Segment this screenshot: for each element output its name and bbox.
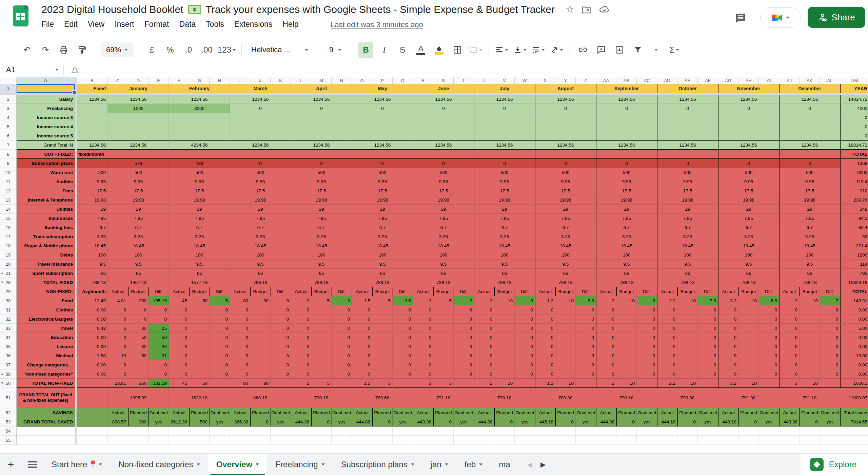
cell-F18-merged[interactable]: 18.45 — [169, 241, 230, 250]
cell-V38[interactable] — [494, 369, 515, 379]
cell-AA34[interactable]: 0 — [596, 333, 616, 342]
cell-AM5[interactable]: 0 — [840, 122, 868, 131]
cell-U33[interactable]: 0 — [474, 324, 494, 333]
cell-M50[interactable]: 5 — [311, 379, 332, 388]
col-header-L[interactable]: L — [291, 77, 311, 84]
cell-Y29[interactable]: Budget — [555, 287, 576, 296]
cell-AJ50[interactable]: 3 — [779, 379, 800, 388]
cell-AD37[interactable]: 0 — [657, 360, 677, 369]
cell-R15-merged[interactable]: 7.85 — [413, 214, 474, 223]
cell-R18-merged[interactable]: 18.45 — [413, 241, 474, 250]
cell-S34[interactable] — [433, 333, 454, 342]
cell-C55[interactable] — [108, 436, 128, 445]
cell-V50[interactable]: 10 — [494, 379, 515, 388]
cell-P53[interactable]: 0 — [372, 417, 393, 426]
cell-L7-merged[interactable]: 1234.56 — [291, 140, 352, 150]
row-header-35[interactable]: 35 — [0, 342, 17, 351]
cell-T31[interactable]: 0 — [454, 305, 474, 315]
cell-Q31[interactable]: 0 — [393, 305, 413, 315]
font-select[interactable]: Helvetica ... — [247, 42, 312, 57]
cell-Y55[interactable] — [555, 436, 576, 445]
cell-F36[interactable]: 0 — [169, 351, 189, 360]
cell-AF52[interactable]: Goal met — [698, 408, 718, 417]
cell-B11[interactable]: 9.95 — [77, 177, 108, 186]
cell-O53[interactable]: 444.88 — [352, 417, 372, 426]
cell-B28[interactable]: 788.18 — [77, 278, 108, 287]
cell-L11-merged[interactable]: 9.95 — [291, 177, 352, 186]
cell-AF35[interactable]: 0 — [698, 342, 718, 351]
cell-I31[interactable]: 0 — [230, 305, 250, 315]
cell-Q37[interactable]: 0 — [393, 360, 413, 369]
cell-N55[interactable] — [332, 436, 352, 445]
cell-R9-merged[interactable]: 0 — [413, 159, 474, 168]
menu-data[interactable]: Data — [179, 20, 196, 29]
cell-G29[interactable]: Budget — [189, 287, 210, 296]
col-header-N[interactable]: N — [332, 77, 352, 84]
cell-M32[interactable] — [311, 315, 332, 324]
cell-AE29[interactable]: Budget — [677, 287, 698, 296]
cell-I37[interactable]: 0 — [230, 360, 250, 369]
cell-AH33[interactable] — [738, 324, 759, 333]
cell-C9-merged[interactable]: 579 — [108, 159, 169, 168]
cell-AB36[interactable] — [616, 351, 637, 360]
cell-B15[interactable]: 7.85 — [77, 214, 108, 223]
cell-AG17-merged[interactable]: 3.25 — [718, 232, 779, 241]
cell-U21-merged[interactable]: 66 — [474, 269, 535, 278]
cell-B8[interactable]: fixed/month — [77, 150, 108, 159]
cell-AD33[interactable]: 0 — [657, 324, 677, 333]
cell-T29[interactable]: Diff. — [454, 287, 474, 296]
cell-AK38[interactable] — [800, 369, 820, 379]
col-header-H[interactable]: H — [210, 77, 230, 84]
sheet-tab-feb[interactable]: feb — [456, 454, 491, 475]
cell-W37[interactable]: 0 — [515, 360, 535, 369]
cell-O51-merged[interactable]: 789.68 — [352, 388, 413, 408]
cell-AM17[interactable]: 39 — [840, 232, 868, 241]
cell-AF32[interactable]: 0 — [698, 315, 718, 324]
cell-U30[interactable]: 2 — [474, 296, 494, 305]
cell-B18[interactable]: 18.45 — [77, 241, 108, 250]
col-header-AB[interactable]: AB — [616, 77, 637, 84]
cell-L8-merged[interactable] — [291, 150, 352, 159]
col-header-AM[interactable]: AM — [840, 77, 868, 84]
row-header-50[interactable]: ▼50 — [0, 379, 17, 388]
cell-AA35[interactable]: 0 — [596, 342, 616, 351]
cell-AM52[interactable]: Total saved — [840, 408, 868, 417]
cell-X3-merged[interactable]: 0 — [535, 104, 596, 113]
menu-help[interactable]: Help — [282, 20, 298, 29]
cell-U14-merged[interactable]: 29 — [474, 205, 535, 214]
cell-X29[interactable]: Actual — [535, 287, 555, 296]
cell-AJ13-merged[interactable]: 19.98 — [779, 195, 840, 205]
cell-C3-merged[interactable]: 1000 — [108, 104, 169, 113]
cell-R55[interactable] — [413, 436, 433, 445]
row-header-16[interactable]: 16 — [0, 223, 17, 232]
cell-AD34[interactable]: 0 — [657, 333, 677, 342]
cell-AF31[interactable]: 0 — [698, 305, 718, 315]
cell-Q54[interactable] — [393, 426, 413, 436]
cell-O4-merged[interactable] — [352, 113, 413, 122]
cell-AF29[interactable]: Diff. — [698, 287, 718, 296]
cell-AI34[interactable]: 0 — [759, 333, 779, 342]
col-header-AG[interactable]: AG — [718, 77, 738, 84]
cell-L12-merged[interactable]: 17.5 — [291, 186, 352, 195]
col-header-AA[interactable]: AA — [596, 77, 616, 84]
format-percent-button[interactable]: % — [163, 42, 178, 58]
cell-AM20[interactable]: 114 — [840, 260, 868, 269]
cell-Z53[interactable]: yes — [576, 417, 596, 426]
cell-R14-merged[interactable]: 29 — [413, 205, 474, 214]
cell-O5-merged[interactable] — [352, 122, 413, 131]
cell-B34[interactable]: 0.00 — [77, 333, 108, 342]
cell-P50[interactable]: 5 — [372, 379, 393, 388]
col-header-V[interactable]: V — [494, 77, 515, 84]
cell-month-header-may[interactable]: May — [352, 84, 413, 93]
cell-R7-merged[interactable]: 1234.56 — [413, 140, 474, 150]
cell-AB54[interactable] — [616, 426, 637, 436]
row-label-38[interactable]: 'Non-fixed categories" — [17, 369, 75, 379]
number-format-button[interactable]: 123 — [218, 42, 236, 58]
cell-G36[interactable] — [189, 351, 210, 360]
cell-J55[interactable] — [250, 436, 271, 445]
cell-R52[interactable]: Actual — [413, 408, 433, 417]
cell-AC29[interactable]: Diff. — [637, 287, 657, 296]
cell-F16-merged[interactable]: 6.7 — [169, 223, 230, 232]
cell-W38[interactable]: 0 — [515, 369, 535, 379]
cell-AD9-merged[interactable]: 0 — [657, 159, 718, 168]
